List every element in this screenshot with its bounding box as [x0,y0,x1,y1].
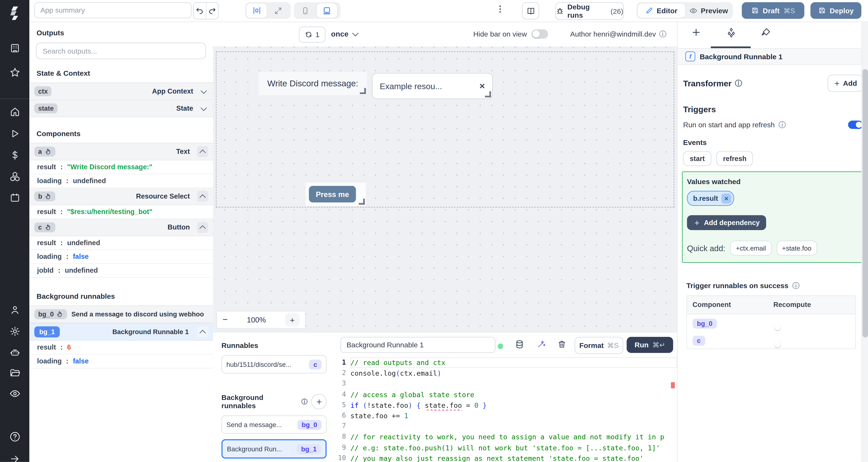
refresh-count-button[interactable]: 1 [299,27,326,42]
info-icon[interactable]: ⓘ [792,282,800,289]
folders-icon[interactable] [9,367,20,378]
run-interval-dropdown[interactable]: once [331,27,358,41]
cache-database-icon[interactable] [515,340,524,349]
collapse-button[interactable] [197,191,208,202]
runnable-item-hub[interactable]: hub/1511/discord/se... c [221,355,327,373]
collapse-arrow-icon[interactable] [9,454,20,462]
watched-value-chip[interactable]: b.result × [687,191,734,206]
output-row[interactable]: result:"Write Discord message:" [29,160,213,174]
styling-brush-tab[interactable] [761,27,771,38]
event-chip-refresh[interactable]: refresh [716,151,753,166]
delete-trash-icon[interactable] [557,340,566,349]
state-row[interactable]: state State [29,100,213,117]
scrollbar-thumb[interactable] [862,69,868,337]
code-line[interactable]: 3 [335,379,677,389]
output-row[interactable]: result:"$res:u/henri/testing_bot" [29,205,213,219]
output-row[interactable]: loading:false [29,355,213,368]
windmill-logo[interactable] [6,4,23,21]
add-background-runnable-button[interactable] [311,394,327,409]
code-line[interactable]: 7 [335,421,677,432]
code-line[interactable]: 1// read outputs and ctx [335,357,677,368]
hide-bar-toggle[interactable] [531,29,548,39]
workspace-icon[interactable] [9,43,20,54]
workers-robot-icon[interactable] [9,348,20,358]
output-row[interactable]: loading:undefined [29,174,213,188]
runnable-item-bg1[interactable]: Background Run... bg_1 [221,439,327,459]
component-c-header[interactable]: c Button [29,219,213,236]
chevron-down-icon[interactable] [200,87,207,94]
tab-editor[interactable]: Editor [638,3,685,18]
event-chip-start[interactable]: start [683,151,711,166]
docs-book-button[interactable] [522,2,539,19]
text-component[interactable]: Write Discord message: [258,72,367,95]
resource-select-component[interactable]: Example resou... × [372,73,493,99]
info-icon[interactable]: ⓘ [301,399,307,404]
zoom-in-button[interactable]: + [285,313,300,326]
bg0-row[interactable]: bg_0 Send a message to discord using web… [29,305,213,323]
code-line[interactable]: 9// e.g: state.foo.push(1) will not work… [335,442,677,453]
code-line[interactable]: 2console.log(ctx.email) [335,368,677,379]
insert-component-tab[interactable] [691,27,701,38]
add-transformer-button[interactable]: Add [828,75,863,92]
run-button[interactable]: Run⌘↵ [627,337,673,353]
output-row[interactable]: result:6 [29,341,213,355]
chevron-down-icon[interactable] [200,104,207,111]
deploy-button[interactable]: Deploy [810,2,861,19]
settings-gear-icon[interactable] [9,326,20,337]
resources-cubes-icon[interactable] [9,171,20,182]
code-line[interactable]: 5if (!state.foo) { state.foo = 0 } [335,400,677,410]
mobile-view-button[interactable] [295,3,315,18]
favorites-star-icon[interactable] [9,67,20,78]
expand-button[interactable] [268,3,288,18]
code-line[interactable]: 10// you may also just reassign as next … [335,453,677,462]
collapse-button[interactable] [197,146,208,157]
runnable-item-bg0[interactable]: Send a message... bg_0 [221,416,327,434]
remove-dependency-icon[interactable]: × [721,193,732,203]
collapse-button[interactable] [197,222,208,233]
audit-eye-icon[interactable] [9,388,21,399]
runs-play-icon[interactable] [9,128,20,139]
undo-button[interactable] [194,7,206,15]
resize-handle[interactable] [359,199,365,205]
settings-diamonds-tab[interactable] [726,27,737,38]
code-editor[interactable]: 1// read outputs and ctx 2console.log(ct… [335,357,677,462]
redo-button[interactable] [206,7,218,15]
kebab-menu-button[interactable]: ⋮ [496,4,505,14]
resize-handle[interactable] [360,88,366,94]
collapse-button[interactable] [197,327,208,337]
output-row[interactable]: loading:false [29,250,213,264]
help-icon[interactable] [9,431,21,442]
component-a-header[interactable]: a Text [29,143,213,160]
button-component-wrapper[interactable]: Press me [306,183,366,206]
bg1-row[interactable]: bg_1 Background Runnable 1 [29,323,213,341]
info-icon[interactable]: ⓘ [735,80,742,87]
ai-wand-icon[interactable] [536,340,546,349]
center-align-button[interactable] [246,3,267,18]
output-row[interactable]: result:undefined [29,236,213,250]
code-line[interactable]: 4// access a global state store [335,389,677,400]
ctx-row[interactable]: ctx App Context [29,82,213,100]
run-on-start-toggle[interactable] [848,121,863,129]
output-row[interactable]: jobId:undefined [29,264,213,278]
home-icon[interactable] [9,106,20,117]
schedules-calendar-icon[interactable] [9,193,20,203]
user-icon[interactable] [9,305,20,315]
variables-dollar-icon[interactable] [9,150,20,160]
format-button[interactable]: Format⌘S [575,337,623,354]
tab-preview[interactable]: Preview [686,3,731,18]
clear-selection-icon[interactable]: × [479,80,485,92]
code-line[interactable]: 8// for reactivity to work, you need to … [335,432,677,442]
desktop-view-button[interactable] [317,3,337,18]
quick-add-state-foo[interactable]: +state.foo [777,240,817,255]
resize-handle[interactable] [485,91,491,97]
info-icon[interactable]: ⓘ [779,121,786,128]
runnable-name-input[interactable] [340,337,495,353]
scrollbar[interactable] [861,22,868,462]
info-icon[interactable]: ⓘ [659,31,666,38]
quick-add-ctx-email[interactable]: +ctx.email [731,240,772,255]
debug-runs-button[interactable]: Debug runs (26) [555,2,624,20]
app-summary-input[interactable] [34,2,191,18]
zoom-out-button[interactable]: − [223,315,228,325]
component-b-header[interactable]: b Resource Select [29,188,213,205]
app-canvas[interactable]: Write Discord message: Example resou... … [213,46,677,332]
